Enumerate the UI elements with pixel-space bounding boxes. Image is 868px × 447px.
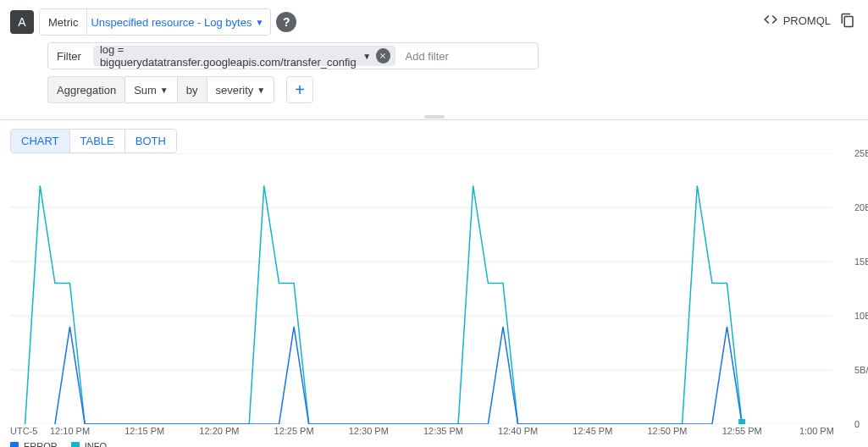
timezone-label: UTC-5 [10, 426, 37, 436]
chevron-down-icon: ▼ [257, 86, 265, 95]
y-tick: 0 [854, 419, 860, 429]
y-tick: 25B/s [854, 148, 868, 158]
x-tick: 12:15 PM [124, 426, 164, 436]
metric-label: Metric [40, 16, 86, 29]
x-tick: 12:25 PM [274, 426, 314, 436]
y-tick: 20B/s [854, 202, 868, 212]
promql-label: PROMQL [783, 14, 831, 27]
filter-chip[interactable]: log = bigquerydatatransfer.googleapis.co… [93, 46, 395, 66]
legend-label: INFO [85, 441, 107, 447]
remove-filter-icon[interactable] [376, 48, 390, 63]
metric-value-dropdown[interactable]: Unspecified resource - Log bytes ▼ [87, 9, 270, 35]
promql-toggle[interactable]: PROMQL [763, 12, 831, 30]
x-tick: 12:55 PM [722, 426, 762, 436]
query-toolbar: PROMQL A Metric Unspecified resource - L… [0, 0, 868, 113]
code-icon [763, 12, 778, 30]
x-tick: 12:45 PM [572, 426, 612, 436]
metric-selector: Metric Unspecified resource - Log bytes … [39, 8, 271, 36]
query-letter-chip[interactable]: A [10, 10, 34, 34]
resize-handle[interactable] [0, 113, 868, 119]
x-tick: 12:10 PM [50, 426, 90, 436]
metric-value: Unspecified resource - Log bytes [91, 16, 252, 29]
chevron-down-icon: ▼ [160, 86, 169, 95]
legend-swatch [71, 442, 80, 447]
aggregation-function-dropdown[interactable]: Sum ▼ [124, 76, 177, 103]
filter-selector: Filter log = bigquerydatatransfer.google… [47, 42, 539, 69]
view-tabs: CHART TABLE BOTH [10, 129, 177, 153]
aggregation-label: Aggregation [47, 76, 124, 103]
x-tick: 12:40 PM [498, 426, 538, 436]
chevron-down-icon: ▼ [255, 18, 263, 27]
divider [0, 119, 868, 120]
x-tick: 12:35 PM [423, 426, 463, 436]
chart-svg [10, 153, 832, 424]
help-icon[interactable]: ? [276, 12, 296, 32]
legend-label: ERROR [24, 441, 58, 447]
add-aggregation-button[interactable]: + [286, 76, 313, 103]
legend-item-error[interactable]: ERROR [10, 441, 58, 447]
y-tick: 5B/s [854, 365, 868, 375]
tab-table[interactable]: TABLE [69, 130, 124, 152]
legend-swatch [10, 442, 19, 447]
chart: 05B/s10B/s15B/s20B/s25B/s UTC-512:10 PM1… [10, 153, 858, 447]
tab-chart[interactable]: CHART [11, 130, 69, 152]
x-tick: 1:00 PM [799, 426, 834, 436]
x-tick: 12:20 PM [199, 426, 239, 436]
tab-both[interactable]: BOTH [124, 130, 176, 152]
add-filter-input[interactable] [399, 44, 555, 68]
copy-icon[interactable] [838, 10, 858, 30]
y-tick: 15B/s [854, 257, 868, 267]
legend: ERROR INFO [10, 441, 107, 447]
x-tick: 12:50 PM [647, 426, 687, 436]
aggregation-by: by [177, 76, 207, 103]
filter-label: Filter [48, 50, 90, 63]
aggregation-selector: Aggregation Sum ▼ by severity ▼ [47, 76, 274, 103]
aggregation-function: Sum [134, 84, 157, 97]
y-tick: 10B/s [854, 311, 868, 321]
svg-rect-6 [738, 419, 745, 424]
chevron-down-icon: ▼ [362, 52, 371, 61]
aggregation-field: severity [216, 84, 254, 97]
y-axis: 05B/s10B/s15B/s20B/s25B/s [854, 153, 868, 424]
filter-chip-text: log = bigquerydatatransfer.googleapis.co… [100, 43, 357, 69]
legend-item-info[interactable]: INFO [71, 441, 107, 447]
x-axis: UTC-512:10 PM12:15 PM12:20 PM12:25 PM12:… [10, 426, 832, 443]
aggregation-field-dropdown[interactable]: severity ▼ [207, 76, 275, 103]
x-tick: 12:30 PM [349, 426, 389, 436]
